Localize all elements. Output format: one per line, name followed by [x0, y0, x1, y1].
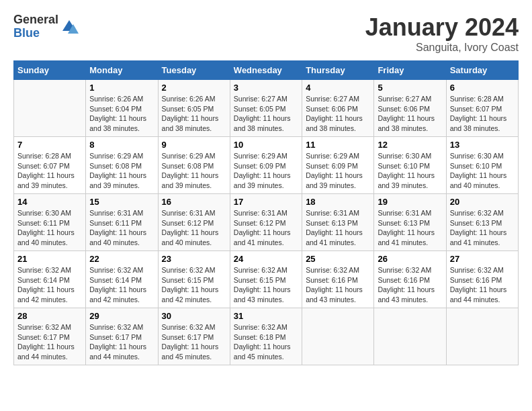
day-info: Sunrise: 6:32 AM Sunset: 6:15 PM Dayligh… [162, 265, 226, 305]
day-info: Sunrise: 6:27 AM Sunset: 6:06 PM Dayligh… [306, 94, 370, 134]
calendar-cell: 12Sunrise: 6:30 AM Sunset: 6:10 PM Dayli… [374, 137, 446, 194]
day-number: 16 [162, 197, 226, 207]
header-day: Monday [86, 61, 158, 80]
day-info: Sunrise: 6:32 AM Sunset: 6:16 PM Dayligh… [378, 265, 442, 305]
day-info: Sunrise: 6:29 AM Sunset: 6:09 PM Dayligh… [306, 151, 370, 191]
calendar-cell: 25Sunrise: 6:32 AM Sunset: 6:16 PM Dayli… [302, 251, 374, 308]
day-number: 30 [162, 311, 226, 321]
calendar-cell: 3Sunrise: 6:27 AM Sunset: 6:05 PM Daylig… [230, 80, 302, 137]
calendar-cell [302, 308, 374, 365]
header-row: SundayMondayTuesdayWednesdayThursdayFrid… [14, 61, 519, 80]
day-number: 18 [306, 197, 370, 207]
calendar-cell: 23Sunrise: 6:32 AM Sunset: 6:15 PM Dayli… [158, 251, 230, 308]
day-info: Sunrise: 6:32 AM Sunset: 6:16 PM Dayligh… [306, 265, 370, 305]
calendar-cell: 8Sunrise: 6:29 AM Sunset: 6:08 PM Daylig… [86, 137, 158, 194]
day-info: Sunrise: 6:31 AM Sunset: 6:12 PM Dayligh… [234, 208, 298, 248]
day-info: Sunrise: 6:29 AM Sunset: 6:08 PM Dayligh… [162, 151, 226, 191]
logo-general: General [13, 13, 58, 27]
day-info: Sunrise: 6:26 AM Sunset: 6:04 PM Dayligh… [89, 94, 154, 134]
calendar-cell: 6Sunrise: 6:28 AM Sunset: 6:07 PM Daylig… [446, 80, 518, 137]
logo-text: General Blue [13, 13, 58, 40]
day-info: Sunrise: 6:28 AM Sunset: 6:07 PM Dayligh… [450, 94, 515, 134]
day-number: 9 [162, 140, 226, 150]
day-number: 5 [378, 83, 442, 93]
day-info: Sunrise: 6:29 AM Sunset: 6:08 PM Dayligh… [89, 151, 154, 191]
calendar-cell: 17Sunrise: 6:31 AM Sunset: 6:12 PM Dayli… [230, 194, 302, 251]
day-number: 10 [234, 140, 298, 150]
calendar-week-row: 28Sunrise: 6:32 AM Sunset: 6:17 PM Dayli… [14, 308, 519, 365]
calendar-cell: 16Sunrise: 6:31 AM Sunset: 6:12 PM Dayli… [158, 194, 230, 251]
day-info: Sunrise: 6:31 AM Sunset: 6:13 PM Dayligh… [306, 208, 370, 248]
day-number: 12 [378, 140, 442, 150]
calendar-cell: 11Sunrise: 6:29 AM Sunset: 6:09 PM Dayli… [302, 137, 374, 194]
title-section: January 2024 Sanguita, Ivory Coast [365, 13, 519, 54]
day-number: 6 [450, 83, 515, 93]
calendar-cell: 10Sunrise: 6:29 AM Sunset: 6:09 PM Dayli… [230, 137, 302, 194]
day-number: 11 [306, 140, 370, 150]
calendar-cell [14, 80, 86, 137]
location: Sanguita, Ivory Coast [365, 42, 519, 54]
calendar-cell: 28Sunrise: 6:32 AM Sunset: 6:17 PM Dayli… [14, 308, 86, 365]
day-number: 24 [234, 254, 298, 264]
day-number: 25 [306, 254, 370, 264]
day-number: 3 [234, 83, 298, 93]
day-info: Sunrise: 6:31 AM Sunset: 6:13 PM Dayligh… [378, 208, 442, 248]
day-number: 2 [162, 83, 226, 93]
calendar-cell: 22Sunrise: 6:32 AM Sunset: 6:14 PM Dayli… [86, 251, 158, 308]
day-number: 26 [378, 254, 442, 264]
calendar-cell [374, 308, 446, 365]
day-number: 23 [162, 254, 226, 264]
header-day: Sunday [14, 61, 86, 80]
day-info: Sunrise: 6:32 AM Sunset: 6:17 PM Dayligh… [89, 322, 154, 362]
calendar-week-row: 14Sunrise: 6:30 AM Sunset: 6:11 PM Dayli… [14, 194, 519, 251]
day-number: 22 [89, 254, 154, 264]
day-info: Sunrise: 6:32 AM Sunset: 6:14 PM Dayligh… [17, 265, 82, 305]
day-info: Sunrise: 6:28 AM Sunset: 6:07 PM Dayligh… [17, 151, 82, 191]
day-info: Sunrise: 6:27 AM Sunset: 6:05 PM Dayligh… [234, 94, 298, 134]
day-info: Sunrise: 6:30 AM Sunset: 6:10 PM Dayligh… [378, 151, 442, 191]
day-info: Sunrise: 6:31 AM Sunset: 6:12 PM Dayligh… [162, 208, 226, 248]
calendar-cell: 29Sunrise: 6:32 AM Sunset: 6:17 PM Dayli… [86, 308, 158, 365]
calendar-cell: 18Sunrise: 6:31 AM Sunset: 6:13 PM Dayli… [302, 194, 374, 251]
day-info: Sunrise: 6:31 AM Sunset: 6:11 PM Dayligh… [89, 208, 154, 248]
day-number: 15 [89, 197, 154, 207]
logo-blue: Blue [13, 27, 58, 40]
header-day: Thursday [302, 61, 374, 80]
day-info: Sunrise: 6:27 AM Sunset: 6:06 PM Dayligh… [378, 94, 442, 134]
day-number: 17 [234, 197, 298, 207]
day-number: 29 [89, 311, 154, 321]
calendar-cell: 20Sunrise: 6:32 AM Sunset: 6:13 PM Dayli… [446, 194, 518, 251]
calendar-cell: 24Sunrise: 6:32 AM Sunset: 6:15 PM Dayli… [230, 251, 302, 308]
month-title: January 2024 [365, 13, 519, 42]
day-info: Sunrise: 6:30 AM Sunset: 6:10 PM Dayligh… [450, 151, 515, 191]
day-info: Sunrise: 6:29 AM Sunset: 6:09 PM Dayligh… [234, 151, 298, 191]
day-number: 8 [89, 140, 154, 150]
calendar-cell: 30Sunrise: 6:32 AM Sunset: 6:17 PM Dayli… [158, 308, 230, 365]
day-number: 4 [306, 83, 370, 93]
day-number: 28 [17, 311, 82, 321]
calendar-cell: 19Sunrise: 6:31 AM Sunset: 6:13 PM Dayli… [374, 194, 446, 251]
calendar-body: 1Sunrise: 6:26 AM Sunset: 6:04 PM Daylig… [14, 80, 519, 365]
calendar-cell: 21Sunrise: 6:32 AM Sunset: 6:14 PM Dayli… [14, 251, 86, 308]
header-day: Wednesday [230, 61, 302, 80]
day-number: 19 [378, 197, 442, 207]
calendar-cell: 2Sunrise: 6:26 AM Sunset: 6:05 PM Daylig… [158, 80, 230, 137]
calendar-cell: 5Sunrise: 6:27 AM Sunset: 6:06 PM Daylig… [374, 80, 446, 137]
day-info: Sunrise: 6:32 AM Sunset: 6:15 PM Dayligh… [234, 265, 298, 305]
calendar-cell: 4Sunrise: 6:27 AM Sunset: 6:06 PM Daylig… [302, 80, 374, 137]
header-day: Saturday [446, 61, 518, 80]
day-info: Sunrise: 6:32 AM Sunset: 6:14 PM Dayligh… [89, 265, 154, 305]
calendar-cell: 27Sunrise: 6:32 AM Sunset: 6:16 PM Dayli… [446, 251, 518, 308]
calendar-cell: 15Sunrise: 6:31 AM Sunset: 6:11 PM Dayli… [86, 194, 158, 251]
day-info: Sunrise: 6:32 AM Sunset: 6:17 PM Dayligh… [162, 322, 226, 362]
calendar-week-row: 21Sunrise: 6:32 AM Sunset: 6:14 PM Dayli… [14, 251, 519, 308]
day-number: 13 [450, 140, 515, 150]
calendar-cell: 14Sunrise: 6:30 AM Sunset: 6:11 PM Dayli… [14, 194, 86, 251]
day-number: 7 [17, 140, 82, 150]
calendar-cell: 9Sunrise: 6:29 AM Sunset: 6:08 PM Daylig… [158, 137, 230, 194]
logo: General Blue [13, 13, 79, 40]
calendar-cell: 31Sunrise: 6:32 AM Sunset: 6:18 PM Dayli… [230, 308, 302, 365]
day-number: 20 [450, 197, 515, 207]
page-header: General Blue January 2024 Sanguita, Ivor… [13, 13, 519, 54]
calendar-cell: 26Sunrise: 6:32 AM Sunset: 6:16 PM Dayli… [374, 251, 446, 308]
